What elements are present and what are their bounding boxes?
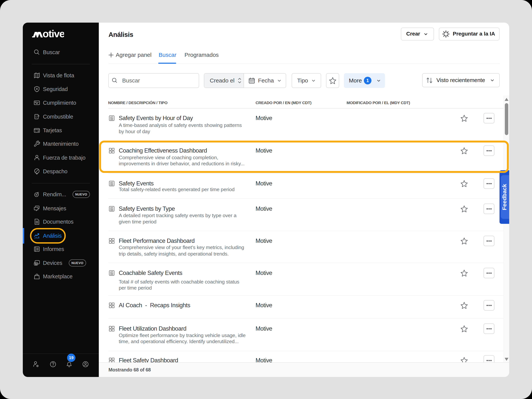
svg-text:otive: otive — [43, 28, 64, 38]
